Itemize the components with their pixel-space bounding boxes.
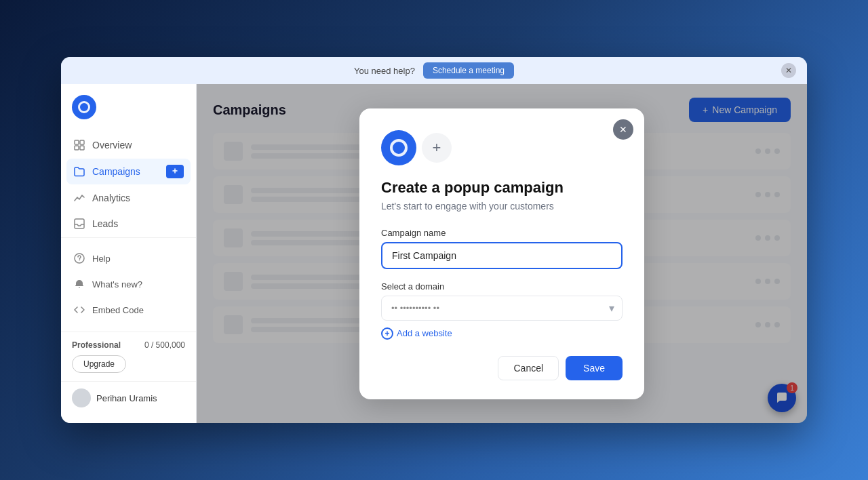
create-campaign-modal: ✕ + Create a popup campaign Let's start …: [359, 108, 644, 399]
modal-close-button[interactable]: ✕: [613, 119, 633, 140]
add-website-label: Add a website: [397, 328, 452, 338]
folder-icon: [73, 165, 85, 178]
sidebar-item-help[interactable]: Help: [66, 246, 191, 271]
bell-icon: [73, 278, 85, 290]
plan-info: Professional 0 / 500,000 Upgrade: [61, 332, 196, 381]
add-website-link[interactable]: + Add a website: [381, 327, 623, 340]
app-window: You need help? Schedule a meeting ✕: [61, 57, 807, 423]
modal-actions: Cancel Save: [381, 356, 623, 380]
logo-inner: [78, 101, 90, 113]
campaign-name-group: Campaign name: [381, 228, 623, 269]
sidebar-item-campaigns[interactable]: Campaigns: [66, 159, 191, 184]
close-banner-button[interactable]: ✕: [781, 63, 796, 78]
svg-rect-0: [75, 140, 79, 144]
campaign-name-input[interactable]: [381, 242, 623, 269]
modal-logo: [381, 130, 416, 165]
help-text: You need help?: [354, 66, 415, 76]
logo: [72, 95, 96, 119]
sidebar-item-label: Leads: [92, 218, 118, 229]
sidebar-item-leads[interactable]: Leads: [66, 212, 191, 236]
sidebar-item-label: Campaigns: [92, 166, 140, 177]
modal-subtitle: Let's start to engage with your customer…: [381, 201, 623, 212]
schedule-meeting-button[interactable]: Schedule a meeting: [423, 62, 514, 79]
nav-items: Overview Campaigns: [61, 133, 196, 237]
svg-point-7: [79, 260, 80, 261]
svg-rect-3: [80, 146, 84, 150]
top-banner: You need help? Schedule a meeting ✕: [61, 57, 807, 84]
sidebar-item-label: Analytics: [92, 193, 130, 203]
modal-icons: +: [381, 130, 623, 165]
app-body: Overview Campaigns: [61, 84, 807, 423]
code-icon: [73, 304, 85, 316]
domain-select[interactable]: •• •••••••••• ••: [381, 296, 623, 321]
main-content: Campaigns + New Campaign: [197, 84, 807, 423]
user-name: Perihan Uramis: [96, 393, 157, 403]
plan-usage: 0 / 500,000: [144, 340, 185, 350]
add-icon: +: [381, 327, 393, 340]
inbox-icon: [73, 218, 85, 230]
cancel-button[interactable]: Cancel: [498, 356, 559, 380]
sidebar-item-label: What's new?: [92, 279, 142, 289]
user-row: Perihan Uramis: [61, 381, 196, 414]
modal-plus-icon: +: [422, 133, 452, 163]
sidebar-item-analytics[interactable]: Analytics: [66, 186, 191, 210]
chart-icon: [73, 192, 85, 204]
select-domain-group: Select a domain •• •••••••••• •• ▾ + Add…: [381, 281, 623, 340]
select-domain-label: Select a domain: [381, 281, 623, 292]
sidebar-bottom: Help What's new?: [61, 237, 196, 332]
campaign-name-label: Campaign name: [381, 228, 623, 238]
campaigns-badge: [166, 165, 184, 178]
sidebar-item-label: Embed Code: [92, 305, 144, 315]
sidebar-item-overview[interactable]: Overview: [66, 133, 191, 157]
sidebar-logo: [61, 95, 196, 133]
sidebar-item-embed-code[interactable]: Embed Code: [66, 298, 191, 322]
save-button[interactable]: Save: [566, 356, 623, 380]
sidebar-item-whats-new[interactable]: What's new?: [66, 272, 191, 296]
sidebar: Overview Campaigns: [61, 84, 197, 423]
sidebar-item-label: Overview: [92, 140, 132, 151]
modal-backdrop[interactable]: ✕ + Create a popup campaign Let's start …: [197, 84, 807, 423]
upgrade-button[interactable]: Upgrade: [72, 355, 126, 373]
svg-rect-2: [75, 146, 79, 150]
modal-logo-inner: [390, 139, 408, 157]
svg-rect-5: [75, 219, 84, 228]
plan-name: Professional: [72, 340, 121, 350]
help-icon: [73, 252, 85, 264]
domain-select-wrapper: •• •••••••••• •• ▾: [381, 296, 623, 321]
avatar: [72, 388, 91, 407]
grid-icon: [73, 139, 85, 151]
modal-title: Create a popup campaign: [381, 179, 623, 197]
sidebar-item-label: Help: [92, 254, 111, 264]
svg-rect-1: [80, 140, 84, 144]
